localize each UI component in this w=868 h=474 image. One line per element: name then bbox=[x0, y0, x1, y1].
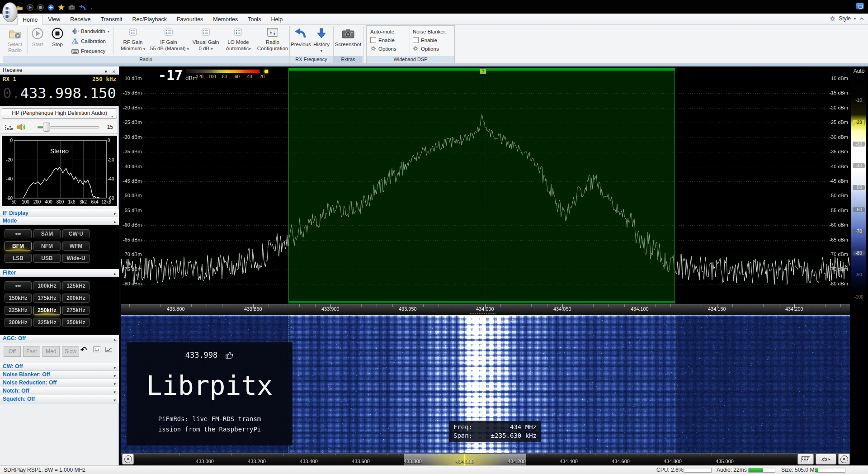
menu-tab-transmit[interactable]: Transmit bbox=[95, 15, 127, 25]
filter-button-275khz[interactable]: 275kHz bbox=[62, 306, 90, 315]
chevron-up-icon[interactable]: ▴ bbox=[113, 218, 116, 225]
menu-tab-rec-playback[interactable]: Rec/Playback bbox=[127, 15, 172, 25]
equalizer-icon[interactable] bbox=[5, 124, 13, 131]
noise-blanker-enable-checkbox[interactable]: Enable bbox=[413, 36, 453, 44]
thumbs-up-icon[interactable] bbox=[225, 351, 234, 360]
style-caret-icon[interactable]: ▾ bbox=[854, 17, 856, 21]
favourite-star-icon[interactable] bbox=[58, 4, 65, 10]
start-button[interactable]: Start bbox=[29, 26, 46, 47]
undo-icon[interactable] bbox=[79, 4, 86, 11]
mode-button-cw-u[interactable]: CW-U bbox=[62, 229, 90, 238]
style-button[interactable]: Style bbox=[839, 15, 851, 22]
collapse-ribbon-icon[interactable] bbox=[859, 17, 864, 21]
mode-button-sam[interactable]: SAM bbox=[33, 229, 61, 238]
play-icon[interactable] bbox=[27, 4, 33, 11]
filter-button-250khz[interactable]: 250kHz bbox=[33, 306, 61, 315]
waterfall-display[interactable]: 433.998 Librpitx PiFmRds: live FM-RDS tr… bbox=[121, 315, 850, 453]
palette-tick--90[interactable]: -90 bbox=[851, 272, 866, 277]
frequency-navigator[interactable]: 433.000433.200433.400433.600433.800434.0… bbox=[121, 453, 850, 465]
speaker-icon[interactable] bbox=[17, 123, 26, 131]
style-gear-icon[interactable] bbox=[830, 16, 835, 22]
automute-enable-checkbox[interactable]: Enable bbox=[370, 36, 408, 44]
palette-tick--10[interactable]: -10 bbox=[851, 98, 866, 103]
noise-blanker-options-button[interactable]: Options bbox=[413, 44, 453, 53]
visual-gain-button[interactable]: Visual Gain 0 dB ▾ bbox=[191, 26, 221, 52]
receive-panel-header[interactable]: Receive ▾ × bbox=[0, 66, 119, 75]
palette-tick--50[interactable]: -50 bbox=[853, 185, 865, 190]
chevron-down-icon[interactable]: ▾ bbox=[113, 211, 116, 218]
agc-button-fast[interactable]: Fast bbox=[23, 346, 40, 357]
select-radio-button[interactable]: Select Radio bbox=[5, 26, 25, 53]
add-icon[interactable] bbox=[47, 4, 54, 11]
agc-graph-icon[interactable] bbox=[105, 346, 113, 353]
passband-bottom-bar[interactable] bbox=[289, 301, 675, 303]
automute-options-button[interactable]: Options bbox=[370, 44, 408, 53]
if-gain-button[interactable]: IF Gain -55 dB (Manual) ▾ bbox=[147, 26, 190, 52]
stop-button[interactable]: Stop bbox=[49, 26, 66, 47]
filter-button-350khz[interactable]: 350kHz bbox=[62, 318, 90, 327]
agc-button-off[interactable]: Off bbox=[4, 346, 21, 357]
mode-button-bfm[interactable]: BFM bbox=[5, 242, 32, 251]
palette-auto-label[interactable]: Auto bbox=[850, 68, 868, 74]
checkbox-icon[interactable] bbox=[413, 37, 419, 43]
mode-button-usb[interactable]: USB bbox=[33, 254, 61, 263]
stop-icon[interactable] bbox=[37, 4, 44, 11]
filter-button-100khz[interactable]: 100kHz bbox=[33, 281, 61, 290]
section-header-squelch[interactable]: Squelch: Off▾ bbox=[0, 395, 119, 403]
palette-tick--80[interactable]: -80 bbox=[853, 251, 865, 256]
section-header-noise-blanker[interactable]: Noise Blanker: Off▾ bbox=[0, 371, 119, 379]
palette-tick--70[interactable]: -70 bbox=[853, 229, 865, 234]
tuned-frequency[interactable]: 0.433.998.150 bbox=[0, 85, 119, 102]
filter-button-175khz[interactable]: 175kHz bbox=[33, 294, 61, 303]
audio-device-select[interactable]: HP (Périphérique High Definition Audio) … bbox=[2, 108, 117, 118]
waterfall-palette-scale[interactable]: Auto -10-20-30-40-50-60-70-80-90-100 bbox=[850, 66, 868, 465]
menu-tab-tools[interactable]: Tools bbox=[243, 15, 266, 25]
scroll-left-button[interactable]: « bbox=[122, 454, 134, 465]
center-frequency-drag-handle[interactable] bbox=[470, 313, 495, 314]
filter-button-200khz[interactable]: 200kHz bbox=[62, 294, 90, 303]
menu-tab-favourites[interactable]: Favourites bbox=[172, 15, 208, 25]
app-menu-button[interactable] bbox=[2, 2, 18, 22]
agc-button-med[interactable]: Med bbox=[42, 346, 60, 357]
filter-button-[interactable]: ••• bbox=[5, 281, 32, 290]
frequency-button[interactable]: Frequency bbox=[71, 47, 105, 56]
zoom-level-button[interactable]: x5▸ bbox=[816, 454, 836, 465]
filter-button-300khz[interactable]: 300kHz bbox=[5, 318, 32, 327]
mode-button-[interactable]: ••• bbox=[5, 229, 32, 238]
section-header-agc[interactable]: AGC: Off▴ bbox=[0, 335, 119, 342]
palette-tick--60[interactable]: -60 bbox=[853, 207, 865, 212]
camera-icon[interactable] bbox=[68, 5, 75, 10]
section-header-cw[interactable]: CW: Off▾ bbox=[0, 363, 119, 371]
agc-button-slow[interactable]: Slow bbox=[62, 346, 79, 357]
section-header-notch[interactable]: Notch: Off▾ bbox=[0, 387, 119, 395]
mode-button-lsb[interactable]: LSB bbox=[5, 254, 32, 263]
spectrum-display[interactable]: 1 -17 dBm -120-100-80-60-40-20 -10 dBm-1… bbox=[121, 66, 850, 315]
keyboard-entry-button[interactable] bbox=[797, 454, 814, 465]
menu-tab-receive[interactable]: Receive bbox=[65, 15, 95, 25]
scroll-right-button[interactable]: » bbox=[838, 454, 850, 465]
agc-undo-icon[interactable]: ↶ bbox=[80, 345, 87, 355]
screenshot-button[interactable]: Screenshot bbox=[335, 26, 362, 47]
filter-button-225khz[interactable]: 225kHz bbox=[5, 306, 32, 315]
checkbox-icon[interactable] bbox=[370, 37, 376, 43]
section-header-if-display[interactable]: IF Display▾ bbox=[0, 209, 119, 217]
filter-passband-region[interactable] bbox=[288, 68, 675, 303]
chevron-up-icon[interactable]: ▴ bbox=[113, 336, 116, 343]
more-commands-caret[interactable]: ⌄ bbox=[90, 5, 94, 9]
rf-gain-button[interactable]: RF Gain Minimum ▾ bbox=[117, 26, 149, 52]
section-header-mode[interactable]: Mode▴ bbox=[0, 217, 119, 225]
bandwidth-button[interactable]: Bandwidth▾ bbox=[71, 27, 109, 36]
volume-slider-thumb[interactable] bbox=[43, 123, 50, 132]
palette-tick--100[interactable]: -100 bbox=[851, 294, 866, 299]
history-button[interactable]: History▾ bbox=[311, 26, 331, 54]
palette-tick--40[interactable]: -40 bbox=[853, 163, 865, 168]
filter-button-150khz[interactable]: 150kHz bbox=[5, 294, 32, 303]
menu-tab-home[interactable]: Home bbox=[17, 15, 43, 25]
previous-frequency-button[interactable]: Previous bbox=[291, 26, 311, 47]
menu-tab-help[interactable]: Help bbox=[266, 15, 288, 25]
palette-tick--20[interactable]: -20 bbox=[853, 119, 865, 125]
calibration-button[interactable]: Calibration bbox=[71, 37, 106, 46]
filter-button-325khz[interactable]: 325kHz bbox=[33, 318, 61, 327]
mode-button-wfm[interactable]: WFM bbox=[62, 242, 90, 251]
chevron-down-icon[interactable]: ▾ bbox=[113, 397, 116, 404]
